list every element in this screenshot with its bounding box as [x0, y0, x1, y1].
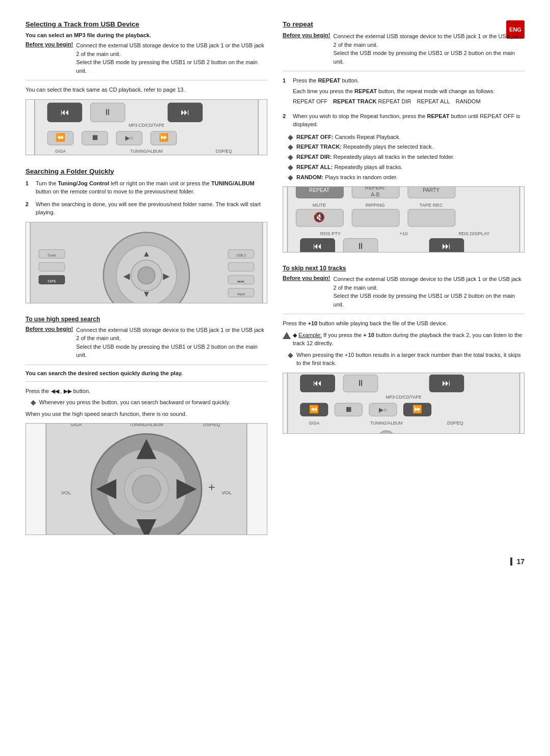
- svg-text:REPEAT: REPEAT: [309, 187, 329, 193]
- bullet-text-repeat-dir: REPEAT DIR: Repeatedly plays all tracks …: [296, 153, 454, 161]
- bullet-dot: ◆: [288, 153, 293, 161]
- section-title-repeat: To repeat: [283, 20, 525, 28]
- svg-text:▲: ▲: [142, 249, 151, 259]
- bullet-text-random: RANDOM: Plays tracks in random order.: [296, 173, 398, 182]
- svg-text:RIPPING: RIPPING: [366, 203, 385, 208]
- remote-image-searching: USB1 ⏮⏮ USB1 ⏭⏭ ▲ ▼ ◀: [25, 222, 267, 303]
- svg-text:⏪: ⏪: [56, 132, 65, 142]
- step-text-r1: Press the REPEAT button.: [293, 76, 495, 85]
- svg-text:REPEAT: REPEAT: [365, 186, 386, 190]
- bullet-item-repeat-off: ◆ REPEAT OFF: Cancels Repeat Playback.: [288, 133, 525, 142]
- bullets-skip: ◆ When pressing the +10 button results i…: [283, 351, 525, 368]
- step-item: 2 When the searching is done, you will s…: [25, 200, 267, 217]
- svg-text:⏹: ⏹: [345, 405, 352, 413]
- svg-text:VOL: VOL: [61, 490, 71, 495]
- svg-text:⏭⏭: ⏭⏭: [237, 279, 244, 283]
- svg-text:RDS PTY: RDS PTY: [62, 99, 85, 101]
- svg-text:▼: ▼: [142, 289, 151, 299]
- section-skip-tracks: To skip next 10 tracks Before you begin!…: [283, 265, 525, 434]
- repeat-off: REPEAT OFF: [293, 98, 327, 104]
- section-searching-folder: Searching a Folder Quickly 1 Turn the Tu…: [25, 167, 267, 303]
- bullet-item-repeat-all: ◆ REPEAT ALL: Repeatedly plays all track…: [288, 163, 525, 172]
- bullet-item-skip: ◆ When pressing the +10 button results i…: [288, 351, 525, 368]
- bullet-text: Whenever you press the button, you can s…: [39, 398, 230, 407]
- svg-text:MUTE: MUTE: [313, 203, 326, 208]
- step-num-2: 2: [25, 200, 32, 217]
- step-text-r2: When you wish to stop the Repeat functio…: [293, 112, 525, 129]
- svg-text:GIGA: GIGA: [309, 421, 319, 426]
- svg-text:▶○: ▶○: [125, 134, 133, 142]
- bullet-item-repeat-track: ◆ REPEAT TRACK: Repeatedly plays the sel…: [288, 143, 525, 151]
- svg-text:DSP/EQ: DSP/EQ: [203, 423, 221, 427]
- svg-rect-41: [39, 263, 65, 271]
- section-title-high-speed: To use high speed search: [25, 316, 267, 323]
- svg-text:⏪: ⏪: [309, 404, 319, 414]
- repeat-track: REPEAT TRACK: [333, 98, 376, 104]
- section-title-selecting: Selecting a Track from USB Device: [25, 20, 267, 28]
- svg-text:⏭: ⏭: [181, 107, 189, 117]
- svg-text:GIGA: GIGA: [70, 423, 81, 427]
- svg-text:RDS PTY: RDS PTY: [320, 231, 341, 236]
- section-high-speed-search: To use high speed search Before you begi…: [25, 316, 267, 536]
- bullet-dot: ◆: [288, 143, 293, 151]
- before-begin-label-3: Before you begin!: [25, 326, 73, 359]
- note-mp3: You can select an MP3 file during the pl…: [25, 32, 267, 38]
- press-text-high-speed: Press the ◀◀ , ▶▶ button.: [25, 387, 267, 396]
- svg-text:+10: +10: [400, 231, 408, 236]
- section-repeat: To repeat Before you begin! Connect the …: [283, 20, 525, 253]
- before-begin-label-repeat: Before you begin!: [283, 32, 331, 66]
- svg-text:TUNING/ALBUM: TUNING/ALBUM: [370, 421, 403, 426]
- before-begin-text-3: Connect the external USB storage device …: [76, 326, 267, 359]
- steps-searching: 1 Turn the Tuning/Jog Control left or ri…: [25, 179, 267, 217]
- svg-text:⏸: ⏸: [103, 107, 112, 117]
- step-item-repeat-1: 1 Press the REPEAT button. Each time you…: [283, 76, 525, 108]
- tip-row-skip: ◆ Example: If you press the + 10 button …: [283, 331, 525, 348]
- before-begin-skip: Before you begin! Connect the external U…: [283, 275, 525, 309]
- repeat-dir: REPEAT DIR: [378, 98, 411, 104]
- before-begin-high-speed: Before you begin! Connect the external U…: [25, 326, 267, 359]
- svg-rect-94: [408, 209, 455, 227]
- svg-text:⏭: ⏭: [442, 241, 451, 251]
- left-column: Selecting a Track from USB Device You ca…: [25, 20, 267, 547]
- svg-text:TUNING/ALBUM: TUNING/ALBUM: [130, 149, 163, 154]
- step-text-1: Turn the Tuning/Jog Control left or righ…: [36, 179, 267, 196]
- bullet-dot: ◆: [288, 133, 293, 142]
- bullet-text-repeat-off: REPEAT OFF: Cancels Repeat Playback.: [296, 133, 401, 142]
- remote-image-high-speed: MP3·CD/CD/TAPE ⏪ ⏹ ▶○ ⏩ GIGA TUNING/ALBU…: [25, 423, 267, 535]
- remote-image-skip: RDS PTY +10 RDS DISPLAY ⏮ ⏸ ⏭ MP3·CD/CD/…: [283, 373, 525, 434]
- repeat-all: REPEAT ALL: [417, 98, 450, 104]
- svg-text:DSP/EQ: DSP/EQ: [216, 149, 232, 154]
- press-text-skip: Press the +10 button while playing back …: [283, 319, 525, 328]
- svg-rect-93: [352, 209, 399, 227]
- svg-point-73: [132, 475, 160, 503]
- svg-text:+10: +10: [142, 99, 151, 101]
- sub-note-selecting: You can select the track same as CD play…: [25, 86, 267, 94]
- before-begin-text-1: Connect the external USB storage device …: [76, 41, 267, 75]
- svg-text:▶: ▶: [163, 271, 170, 281]
- bullet-text-repeat-track: REPEAT TRACK: Repeatedly plays the selec…: [296, 143, 433, 151]
- svg-text:GIGA: GIGA: [55, 149, 66, 154]
- page-number-container: 17: [25, 557, 525, 566]
- svg-text:⏮: ⏮: [313, 378, 322, 388]
- svg-text:MP3·CD/CD/TAPE: MP3·CD/CD/TAPE: [128, 123, 164, 128]
- svg-text:TAPE REC: TAPE REC: [420, 203, 443, 208]
- step-item: 1 Turn the Tuning/Jog Control left or ri…: [25, 179, 267, 196]
- svg-text:RDS DISPLAY: RDS DISPLAY: [203, 99, 236, 101]
- before-begin-selecting: Before you begin! Connect the external U…: [25, 41, 267, 75]
- remote-image-repeat: REPEAT REPEAT A-B PARTY MUTE RIPPING TAP…: [283, 186, 525, 253]
- svg-text:A-B: A-B: [371, 192, 379, 198]
- svg-text:⏸: ⏸: [356, 378, 365, 388]
- bullet-dot: ◆: [288, 173, 293, 182]
- svg-text:RDS DISPLAY: RDS DISPLAY: [459, 231, 490, 236]
- svg-text:+: +: [208, 481, 215, 494]
- step-item-repeat-2: 2 When you wish to stop the Repeat funct…: [283, 112, 525, 129]
- page-number: 17: [510, 557, 525, 566]
- svg-text:USB 2: USB 2: [236, 254, 246, 257]
- before-begin-label-skip: Before you begin!: [283, 275, 331, 309]
- svg-text:PARTY: PARTY: [423, 187, 439, 193]
- step-num-1: 1: [25, 179, 32, 196]
- right-column: To repeat Before you begin! Connect the …: [283, 20, 525, 547]
- svg-text:▶○: ▶○: [379, 406, 387, 413]
- bullet-dot: ◆: [288, 163, 293, 172]
- bullet-text-skip: When pressing the +10 button results in …: [296, 351, 525, 368]
